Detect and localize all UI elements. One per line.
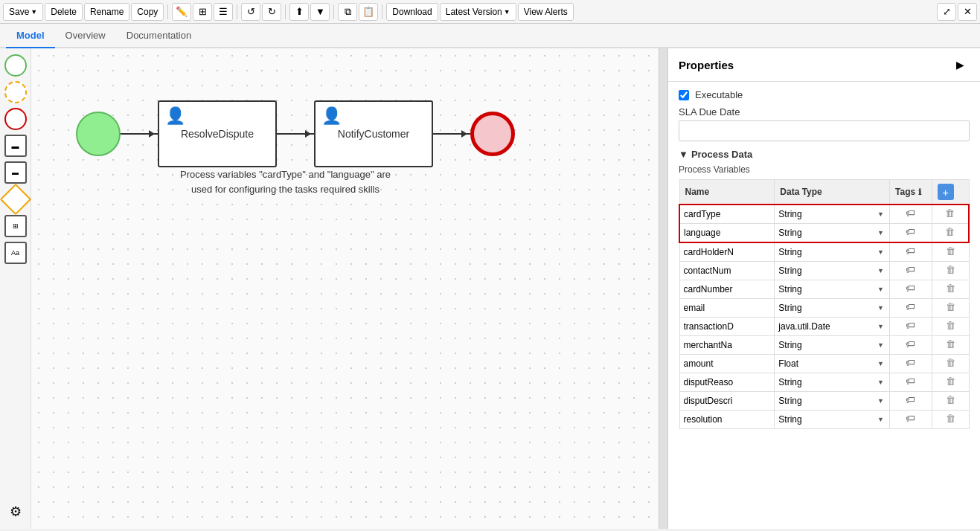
delete-variable-btn[interactable]: 🗑 [944, 264, 957, 277]
variable-name-input[interactable] [684, 340, 771, 350]
undo-btn[interactable]: ↺ [241, 3, 260, 21]
tag-icon[interactable]: 🏷 [904, 264, 917, 277]
sep2 [237, 4, 237, 19]
download-button[interactable]: Download [386, 3, 438, 21]
delete-variable-btn[interactable]: 🗑 [944, 394, 957, 408]
paste-btn[interactable]: 📋 [359, 3, 378, 21]
canvas-scrollbar[interactable] [659, 48, 667, 529]
grid-view-btn[interactable]: ⊞ [193, 3, 212, 21]
tag-icon[interactable]: 🏷 [904, 357, 917, 370]
tag-icon[interactable]: 🏷 [904, 413, 917, 426]
col-header-add: + [932, 180, 969, 205]
upload-btn[interactable]: ⬆ [289, 3, 309, 21]
tag-icon[interactable]: 🏷 [904, 320, 917, 333]
variable-type-select[interactable]: StringFloatIntegerBooleanjava.util.DateO… [778, 247, 885, 257]
variable-name-input[interactable] [684, 396, 771, 406]
annotation-tool[interactable]: Aa [4, 242, 27, 264]
tab-documentation[interactable]: Documentation [116, 24, 202, 48]
variable-type-select[interactable]: StringFloatIntegerBooleanjava.util.DateO… [778, 209, 885, 219]
data-object-tool[interactable]: ⊞ [4, 215, 27, 237]
table-row: StringFloatIntegerBooleanjava.util.DateO… [679, 355, 969, 373]
copy2-btn[interactable]: ⧉ [338, 3, 357, 21]
settings-gear[interactable]: ⚙ [4, 501, 27, 523]
variable-name-input[interactable] [684, 284, 771, 295]
variable-type-select[interactable]: StringFloatIntegerBooleanjava.util.DateO… [778, 266, 885, 276]
main-layout: ▬ ▬ ⊞ Aa ⚙ 👤 ResolveDispute [0, 48, 980, 529]
variable-name-input[interactable] [684, 377, 771, 387]
add-variable-btn[interactable]: + [938, 184, 954, 200]
start-event-tool[interactable] [4, 54, 27, 77]
properties-header: Properties ▶ [668, 48, 980, 82]
delete-variable-btn[interactable]: 🗑 [944, 338, 957, 352]
task-tool[interactable]: ▬ [4, 135, 27, 157]
save-button[interactable]: Save ▼ [3, 3, 43, 21]
delete-variable-btn[interactable]: 🗑 [944, 207, 957, 221]
properties-expand-btn[interactable]: ▶ [950, 56, 970, 74]
variable-type-select[interactable]: StringFloatIntegerBooleanjava.util.DateO… [778, 303, 885, 313]
tag-icon[interactable]: 🏷 [904, 394, 917, 408]
delete-variable-btn[interactable]: 🗑 [944, 245, 957, 259]
collapse-arrow[interactable]: ▼ [679, 149, 688, 160]
dropdown-btn[interactable]: ▼ [310, 3, 330, 21]
col-header-type: Data Type [775, 180, 890, 205]
delete-variable-btn[interactable]: 🗑 [944, 376, 957, 389]
variable-name-input[interactable] [684, 209, 770, 219]
delete-variable-btn[interactable]: 🗑 [944, 226, 957, 239]
variable-name-input[interactable] [684, 247, 771, 257]
redo-btn[interactable]: ↻ [262, 3, 281, 21]
variable-type-select[interactable]: StringFloatIntegerBooleanjava.util.DateO… [778, 284, 885, 295]
variable-type-select[interactable]: StringFloatIntegerBooleanjava.util.DateO… [778, 228, 885, 238]
delete-button[interactable]: Delete [45, 3, 83, 21]
tag-icon[interactable]: 🏷 [904, 283, 917, 296]
variable-name-input[interactable] [684, 228, 770, 238]
tag-icon[interactable]: 🏷 [904, 338, 917, 352]
end-event[interactable] [470, 112, 515, 156]
delete-variable-btn[interactable]: 🗑 [944, 413, 957, 426]
properties-panel: Properties ▶ Executable SLA Due Date ▼ P… [667, 48, 980, 529]
variable-type-select[interactable]: StringFloatIntegerBooleanjava.util.DateO… [778, 340, 885, 350]
variable-type-select[interactable]: StringFloatIntegerBooleanjava.util.DateO… [778, 321, 885, 332]
variable-name-input[interactable] [684, 303, 771, 313]
view-alerts-button[interactable]: View Alerts [518, 3, 574, 21]
task-notify-customer[interactable]: 👤 NotifyCustomer [314, 100, 433, 167]
variable-name-input[interactable] [684, 321, 771, 332]
tag-icon[interactable]: 🏷 [904, 376, 917, 389]
pencil-icon-btn[interactable]: ✏️ [172, 3, 191, 21]
latest-version-button[interactable]: Latest Version ▼ [440, 3, 516, 21]
close-icon-btn[interactable]: ✕ [958, 3, 977, 21]
rename-button[interactable]: Rename [84, 3, 129, 21]
executable-checkbox[interactable] [679, 90, 689, 100]
end-event-tool[interactable] [4, 108, 27, 130]
variable-type-select[interactable]: StringFloatIntegerBooleanjava.util.DateO… [778, 396, 885, 406]
save-dropdown-arrow[interactable]: ▼ [31, 8, 37, 16]
canvas-area[interactable]: 👤 ResolveDispute 👤 NotifyCustomer Proces… [31, 48, 667, 529]
subprocess-tool[interactable]: ▬ [4, 161, 27, 184]
tag-icon[interactable]: 🏷 [904, 207, 917, 221]
tab-model[interactable]: Model [6, 24, 55, 48]
start-event[interactable] [76, 112, 121, 156]
list-view-btn[interactable]: ☰ [214, 3, 233, 21]
tag-icon[interactable]: 🏷 [904, 245, 917, 259]
variable-name-input[interactable] [684, 266, 771, 276]
expand-icon-btn[interactable]: ⤢ [937, 3, 956, 21]
delete-variable-btn[interactable]: 🗑 [944, 357, 957, 370]
tooltip-text: Process variables "cardType" and "langua… [180, 169, 391, 195]
sep4 [333, 4, 334, 19]
variable-type-select[interactable]: StringFloatIntegerBooleanjava.util.DateO… [778, 358, 885, 369]
variable-name-input[interactable] [684, 358, 771, 369]
delete-variable-btn[interactable]: 🗑 [944, 320, 957, 333]
gateway-tool[interactable] [0, 184, 31, 215]
sla-input[interactable] [679, 120, 970, 141]
tag-icon[interactable]: 🏷 [904, 301, 917, 315]
tag-icon[interactable]: 🏷 [904, 226, 917, 239]
tab-overview[interactable]: Overview [55, 24, 116, 48]
variable-name-input[interactable] [684, 414, 771, 425]
col-header-name: Name [679, 180, 775, 205]
variable-type-select[interactable]: StringFloatIntegerBooleanjava.util.DateO… [778, 377, 885, 387]
variable-type-select[interactable]: StringFloatIntegerBooleanjava.util.DateO… [778, 414, 885, 425]
delete-variable-btn[interactable]: 🗑 [944, 301, 957, 315]
intermediate-event-tool[interactable] [4, 81, 27, 103]
task-resolve-dispute[interactable]: 👤 ResolveDispute [158, 100, 277, 167]
delete-variable-btn[interactable]: 🗑 [944, 283, 957, 296]
copy-button[interactable]: Copy [131, 3, 164, 21]
